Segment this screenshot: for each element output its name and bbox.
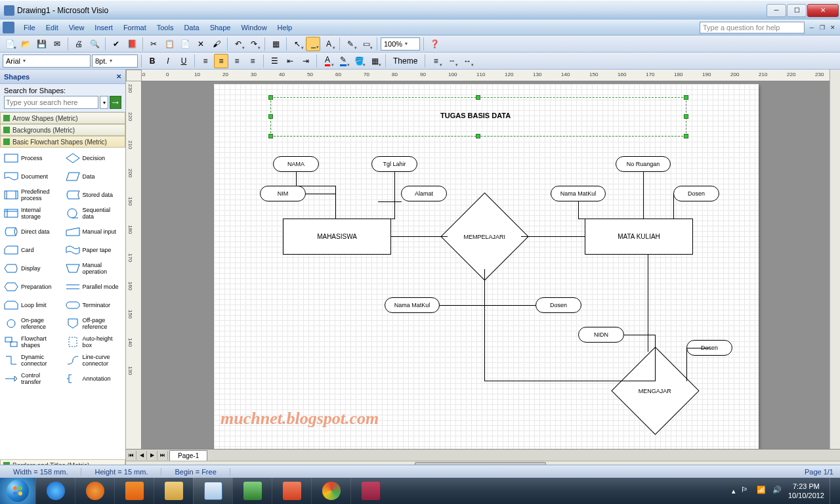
shape-on-page-ref[interactable]: On-page reference [1,314,63,333]
taskbar-access[interactable] [350,478,390,504]
shape-annotation[interactable]: Annotation [63,369,125,388]
rel-mempelajari[interactable]: MEMPELAJARI [440,192,528,280]
tray-clock[interactable]: 7:23 PM 10/10/2012 [788,482,824,501]
underline-button[interactable]: U [177,54,191,68]
theme-button[interactable]: Theme [389,54,421,68]
font-color-button[interactable]: A [320,54,335,68]
tab-prev-button[interactable]: ◀ [136,451,147,460]
attr-dosen[interactable]: Dosen [673,186,719,201]
copy-button[interactable]: 📋 [162,37,177,51]
paste-button[interactable]: 📄 [178,37,192,51]
connector-tool-button[interactable]: ⎯ [306,37,320,51]
attr-nidn[interactable]: NIDN [578,327,624,343]
shape-card[interactable]: Card [1,241,63,259]
shape-sequential-data[interactable]: Sequential data [63,204,125,222]
bullets-button[interactable]: ☰ [267,54,282,68]
entity-matakuliah[interactable]: MATA KULIAH [585,219,693,255]
redo-button[interactable]: ↷ [247,37,261,51]
rectangle-tool-button[interactable]: ▭ [359,37,373,51]
shapes-window-button[interactable]: ▦ [268,37,283,51]
menu-view[interactable]: View [64,22,90,33]
tab-page-1[interactable]: Page-1 [169,450,207,461]
justify-button[interactable]: ≡ [245,54,260,68]
zoom-select[interactable]: 100% [381,37,420,51]
search-go-button[interactable]: → [110,96,121,109]
shape-flowchart-shapes[interactable]: Flowchart shapes [1,333,63,351]
close-button[interactable]: ✕ [807,4,839,17]
attr-dosen2[interactable]: Dosen [536,297,581,313]
taskbar-mediaplayer[interactable] [114,478,154,504]
shape-terminator[interactable]: Terminator [63,296,125,314]
entity-mahasiswa[interactable]: MAHASISWA [283,219,391,255]
search-dropdown-button[interactable]: ▾ [100,96,108,109]
ruler-horizontal[interactable]: -100102030405060708090100110120130140150… [142,70,830,81]
increase-indent-button[interactable]: ⇥ [299,54,313,68]
spelling-button[interactable]: ✔ [109,37,123,51]
open-button[interactable]: 📂 [18,37,33,51]
drawing-page[interactable]: TUGAS BASIS DATA NAMA NIM Tgl Lahir Alam… [214,84,759,449]
size-select[interactable]: 8pt. [92,54,138,68]
menu-data[interactable]: Data [178,22,204,33]
new-button[interactable]: 📄 [3,37,17,51]
shape-manual-input[interactable]: Manual input [63,222,125,241]
menu-insert[interactable]: Insert [89,22,118,33]
tab-first-button[interactable]: ⏮ [126,451,136,460]
line-weight-button[interactable]: ≡ [429,54,443,68]
menu-window[interactable]: Window [236,22,272,33]
shape-direct-data[interactable]: Direct data [1,222,63,241]
tray-show-hidden-icon[interactable]: ▴ [732,487,736,495]
font-select[interactable]: Arial [3,54,91,68]
pointer-tool-button[interactable]: ↖ [290,37,304,51]
research-button[interactable]: 📕 [125,37,139,51]
italic-button[interactable]: I [161,54,175,68]
menu-format[interactable]: Format [118,22,152,33]
attr-tgllahir[interactable]: Tgl Lahir [371,156,417,172]
shape-auto-height-box[interactable]: Auto-height box [63,333,125,351]
fill-color-button[interactable]: 🪣 [352,54,366,68]
tab-next-button[interactable]: ▶ [147,451,158,460]
stencil-arrow-shapes[interactable]: Arrow Shapes (Metric) [0,112,125,124]
stencil-backgrounds[interactable]: Backgrounds (Metric) [0,124,125,136]
undo-button[interactable]: ↶ [231,37,245,51]
align-left-button[interactable]: ≡ [198,54,213,68]
ruler-vertical[interactable]: 230220210200190180170160150140130 [126,81,142,449]
attr-nim[interactable]: NIM [260,186,306,201]
shapes-list[interactable]: ProcessDecision DocumentData Predefined … [0,148,125,459]
shape-data[interactable]: Data [63,167,125,186]
menu-help[interactable]: Help [272,22,298,33]
shape-stored-data[interactable]: Stored data [63,186,125,204]
scrollbar-vertical[interactable] [830,70,840,449]
attr-nama[interactable]: NAMA [273,156,319,172]
line-color-button[interactable]: ✎ [336,54,350,68]
taskbar-chrome[interactable] [311,478,350,504]
canvas-viewport[interactable]: TUGAS BASIS DATA NAMA NIM Tgl Lahir Alam… [142,81,830,449]
email-button[interactable]: ✉ [50,37,64,51]
menu-edit[interactable]: Edit [41,22,64,33]
shape-loop-limit[interactable]: Loop limit [1,296,63,314]
taskbar-ie[interactable] [35,478,75,504]
shapes-search-input[interactable] [4,96,98,109]
shape-manual-operation[interactable]: Manual operation [63,259,125,278]
shape-control-transfer[interactable]: Control transfer [1,369,63,388]
taskbar-app2[interactable] [272,478,311,504]
shape-process[interactable]: Process [1,149,63,167]
delete-button[interactable]: ✕ [194,37,208,51]
align-center-button[interactable]: ≡ [214,54,228,68]
shape-internal-storage[interactable]: Internal storage [1,204,63,222]
shadow-button[interactable]: ▦ [368,54,382,68]
shape-paper-tape[interactable]: Paper tape [63,241,125,259]
shape-dynamic-connector[interactable]: Dynamic connector [1,351,63,369]
print-preview-button[interactable]: 🔍 [87,37,102,51]
tray-network-icon[interactable]: 📶 [757,486,767,496]
mdi-restore[interactable]: ❐ [818,23,827,32]
stencil-basic-flowchart[interactable]: Basic Flowchart Shapes (Metric) [0,136,125,148]
diagram-title[interactable]: TUGAS BASIS DATA [440,112,511,119]
visio-icon[interactable] [3,22,14,33]
help-button[interactable]: ❓ [427,37,442,51]
save-button[interactable]: 💾 [34,37,49,51]
line-ends-button[interactable]: ↔ [460,54,474,68]
decrease-indent-button[interactable]: ⇤ [283,54,297,68]
minimize-button[interactable]: ─ [766,4,786,17]
bold-button[interactable]: B [145,54,159,68]
taskbar-app1[interactable] [232,478,272,504]
